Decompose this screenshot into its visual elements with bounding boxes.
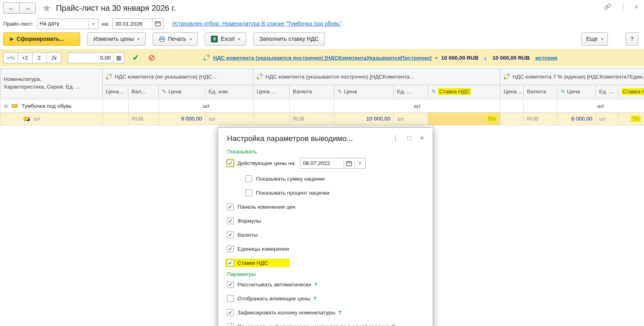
empty-cell[interactable] (103, 100, 129, 113)
empty-cell[interactable] (129, 100, 159, 113)
cancel-icon[interactable]: ⊘ (148, 53, 156, 62)
param-label[interactable]: Показывать информацию по номенклатуре в … (237, 324, 389, 326)
help-button[interactable]: ? (626, 32, 638, 46)
option-label[interactable]: Ставки НДС (237, 260, 268, 266)
currency-cell[interactable]: RUB (524, 113, 557, 125)
generate-button[interactable]: ▶ Сформировать... (3, 32, 80, 46)
favorite-star-icon[interactable]: ★ (42, 2, 51, 14)
dialog-close-icon[interactable]: × (420, 134, 424, 142)
help-icon[interactable]: ? (338, 310, 341, 316)
checkbox-fix-column[interactable]: ✔ (227, 309, 234, 316)
clear-date-icon[interactable]: × (354, 158, 365, 168)
nomenclature-group-cell[interactable]: ⊖ Тумбочка под обувь (0, 100, 103, 113)
price-type-group-header[interactable]: НДС комитента 7 % (единая) [НДСКомитента… (500, 68, 644, 85)
column-header[interactable]: Цена ... (253, 85, 290, 98)
group-unit-cell[interactable]: шт (557, 100, 644, 113)
empty-cell[interactable] (290, 100, 335, 113)
forward-button[interactable]: → (19, 2, 36, 14)
calendar-icon[interactable] (344, 158, 354, 168)
column-header[interactable]: ✎Цена (334, 85, 394, 98)
column-header-vat[interactable]: Ставка НДС (618, 85, 644, 98)
history-link[interactable]: история (535, 55, 557, 61)
column-header[interactable]: Цена... (103, 85, 128, 98)
excel-button[interactable]: X Excel ▾ (205, 32, 246, 46)
price-old-cell[interactable] (254, 113, 290, 125)
option-label[interactable]: Формулы (237, 218, 261, 224)
change-prices-button[interactable]: Изменить цены ▾ (87, 32, 146, 46)
close-window-icon[interactable]: × (634, 4, 638, 10)
vat-rate-cell[interactable]: 5% (428, 113, 500, 125)
column-header[interactable]: Ед. ... (394, 85, 428, 98)
apply-check-icon[interactable]: ✔ (132, 53, 140, 62)
unit-cell[interactable]: шт (394, 113, 428, 125)
checkbox-markup-percent[interactable] (245, 189, 252, 196)
checkbox-markup-sum[interactable] (245, 175, 252, 182)
column-header[interactable]: Цена ... (500, 85, 524, 98)
unit-cell[interactable]: шт (596, 113, 618, 125)
column-header[interactable]: Вал... (128, 85, 159, 98)
price-type-group-header[interactable]: НДС комитента (не указывается) [НДС... (103, 68, 253, 85)
collapse-icon[interactable]: ⊖ (4, 103, 8, 109)
calculator-icon[interactable]: ▦ (113, 53, 124, 63)
amount-input[interactable] (68, 53, 113, 63)
column-header[interactable]: ✎Цена (159, 85, 205, 98)
param-label[interactable]: Зафиксировать колонку номенклатуры (237, 310, 335, 316)
param-label[interactable]: Отображать влияющие цены (237, 296, 310, 302)
column-header[interactable]: ✎Цена (557, 85, 596, 98)
add-sum-button[interactable]: +Σ (18, 52, 32, 63)
group-unit-cell[interactable]: шт (159, 100, 254, 113)
column-header[interactable]: Валюта (524, 85, 557, 98)
option-label[interactable]: Единицы измерения (237, 246, 289, 252)
group-unit-cell[interactable]: шт (334, 100, 500, 113)
checkbox-currencies[interactable]: ✔ (227, 231, 234, 238)
column-header[interactable]: Ед. изм. (205, 85, 253, 98)
price-cell[interactable]: 9 000,00 (159, 113, 206, 125)
help-icon[interactable]: ? (313, 296, 316, 302)
dialog-kebab-icon[interactable]: ⋮ (392, 134, 399, 142)
option-label[interactable]: Показывать сумму наценки (256, 176, 324, 182)
checkbox-units[interactable]: ✔ (227, 246, 234, 252)
vat-rate-cell[interactable]: 7% (618, 113, 644, 125)
table-row-item[interactable]: шт RUB 9 000,00 шт RUB 10 000,00 шт 5% R… (0, 113, 644, 125)
kebab-menu-icon[interactable]: ⋮ (620, 4, 626, 10)
checkbox-price-panel[interactable]: ✔ (227, 203, 234, 210)
empty-cell[interactable] (524, 100, 557, 113)
table-row-group[interactable]: ⊖ Тумбочка под обувь шт шт шт (0, 100, 644, 113)
empty-cell[interactable] (254, 100, 290, 113)
checkbox-vat-rates[interactable]: ✔ (227, 260, 234, 266)
calendar-icon[interactable] (152, 19, 163, 29)
option-label[interactable]: Действующие цены на: (237, 160, 296, 166)
option-label[interactable]: Панель изменения цен (237, 204, 295, 210)
get-link-icon[interactable] (603, 3, 612, 10)
help-icon[interactable]: ? (392, 324, 395, 326)
price-cell[interactable]: 8 000,00 (557, 113, 596, 125)
price-type-link[interactable]: НДС комитента (указывается построчно) [Н… (213, 55, 431, 61)
unit-cell[interactable]: шт (206, 113, 254, 125)
price-cell[interactable]: 10 000,00 (334, 113, 394, 125)
checkbox-formulas[interactable]: ✔ (227, 217, 234, 224)
option-label[interactable]: Валюты (237, 232, 257, 238)
add-percent-button[interactable]: +% (3, 52, 18, 63)
checkbox-auto-calc[interactable]: ✔ (227, 281, 234, 288)
help-icon[interactable]: ? (314, 282, 317, 288)
dialog-date-input[interactable] (300, 158, 344, 168)
checkbox-single-column-info[interactable]: ✔ (227, 323, 234, 326)
checkbox-actual-prices[interactable]: ✔ (227, 160, 234, 167)
column-header-vat[interactable]: ✎Ставка НДС (428, 85, 500, 98)
chevron-down-icon[interactable]: ▾ (89, 19, 98, 29)
price-old-cell[interactable] (500, 113, 524, 125)
pricelist-mode-combo[interactable]: На дату ▾ (37, 18, 99, 29)
column-header[interactable]: Валюта (290, 85, 334, 98)
price-type-group-header[interactable]: НДС комитента (указывается построчно) [Н… (253, 68, 500, 85)
nomenclature-item-cell[interactable]: шт (0, 113, 103, 125)
print-button[interactable]: Печать ▾ (153, 32, 198, 46)
back-button[interactable]: ← (3, 2, 20, 14)
empty-cell[interactable] (500, 100, 524, 113)
checkbox-show-influencing[interactable] (227, 295, 234, 302)
sum-button[interactable]: Σ (32, 52, 47, 63)
fill-vat-button[interactable]: Заполнить ставку НДС (253, 32, 325, 46)
date-input[interactable] (113, 19, 152, 29)
selection-filter-link[interactable]: Установлен отбор: Номенклатура В списке … (172, 20, 341, 27)
dialog-maximize-icon[interactable]: □ (407, 134, 411, 142)
column-header[interactable]: Ед. ... (596, 85, 618, 98)
